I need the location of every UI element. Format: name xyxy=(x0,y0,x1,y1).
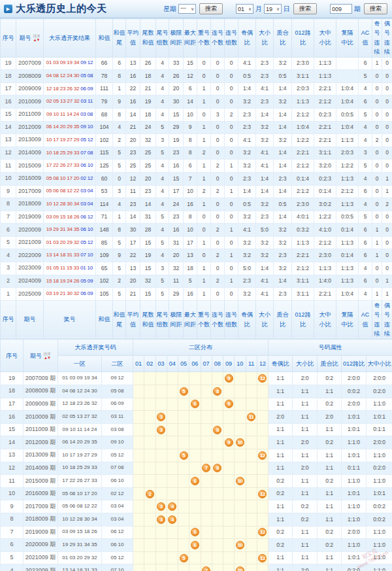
front-numbers: 12 18 23 26 32 xyxy=(46,86,80,92)
stat-cell: 4:1:0 xyxy=(314,224,336,237)
zone1-numbers-cell: 05 06 08 12 22 xyxy=(58,500,102,513)
table-row: 16201000902 05 13 27 32 03 1179916194301… xyxy=(1,95,392,109)
week-select[interactable]: 一∨ xyxy=(178,4,196,14)
stat-cell: 0 xyxy=(211,82,225,95)
stat-cell: 1 xyxy=(197,160,211,173)
week-search-button[interactable]: 搜索 xyxy=(199,3,223,14)
table-row: 5202100901 03 20 29 32 05 12855171553117… xyxy=(1,236,392,249)
date-search-button[interactable]: 搜索 xyxy=(293,3,317,14)
zone2-grid-cell xyxy=(155,526,167,539)
table-row: 42022009 期13 14 18 31 3307 107101:12:01:… xyxy=(1,564,392,571)
stat-cell: 5 xyxy=(113,288,126,301)
zone2-grid-cell xyxy=(167,398,178,411)
zone2-grid-cell xyxy=(246,372,257,385)
column-header: 01 xyxy=(133,356,144,372)
stat-cell: 2 xyxy=(113,275,126,288)
column-header: 10 xyxy=(235,356,246,372)
stat-cell: 1 xyxy=(113,211,126,224)
back-numbers: 09 10 xyxy=(79,124,93,130)
issue-cell: 2019009 期 xyxy=(24,526,58,539)
ball-icon: 12 xyxy=(258,374,267,383)
stat-cell: 1:4 xyxy=(274,211,292,224)
stat-cell: 10 xyxy=(184,185,197,198)
stat-cell: 1 xyxy=(197,172,211,185)
stat-cell: 0 xyxy=(225,121,238,134)
draw-result-cell: 19 29 31 34 35 06 10 xyxy=(44,224,96,237)
stat-cell: 115 xyxy=(96,147,113,160)
zone2-grid-cell xyxy=(133,423,144,436)
stat-cell: 0 xyxy=(211,57,225,70)
stat-cell: 6 xyxy=(359,95,372,109)
stat-cell: 2:3:0 xyxy=(314,249,336,262)
issue-cell: 2013009 xyxy=(16,134,44,147)
sort-control[interactable]: 排序▲▼ xyxy=(43,352,51,360)
stat-cell: 2 xyxy=(211,224,225,237)
stat-cell: 8 xyxy=(184,211,197,224)
attr-cell: 1:1:0 xyxy=(367,526,392,539)
stat-cell: 4:1 xyxy=(256,288,274,301)
draw-result-cell: 12 18 23 26 32 06 09 xyxy=(44,82,96,95)
table-row: 172009009 期12 18 23 26 3206 09691:11:10:… xyxy=(1,398,392,411)
stat-cell: 3 xyxy=(113,185,126,198)
zone2-grid-cell xyxy=(144,411,155,424)
column-header: 连号个数 xyxy=(211,300,225,339)
stat-cell: 0 xyxy=(372,198,382,211)
stat-cell: 0 xyxy=(372,211,382,224)
issue-input[interactable] xyxy=(330,4,352,14)
stat-cell: 2 xyxy=(113,134,126,147)
issue-search-button[interactable]: 搜索 xyxy=(364,3,387,14)
zone2-grid-cell xyxy=(212,539,223,552)
zone1-numbers-cell: 17 22 26 27 33 xyxy=(58,475,102,488)
zone2-grid-cell xyxy=(223,449,235,462)
stat-cell: 17 xyxy=(126,236,140,249)
column-header: 号码属性 xyxy=(269,339,392,356)
stat-cell: 0:1:4 xyxy=(314,185,336,198)
stat-cell: 0 xyxy=(225,172,238,185)
stat-cell: 2 xyxy=(211,249,225,262)
stat-cell: 4 xyxy=(359,134,372,147)
column-header: 04 xyxy=(167,356,178,372)
zone1-numbers-cell: 10 17 19 27 29 xyxy=(58,449,102,462)
attr-cell: 0:1:1 xyxy=(342,462,367,475)
issue-label: 期 xyxy=(354,5,361,14)
back-numbers: 09 12 xyxy=(79,60,93,65)
attr-cell: 1:1 xyxy=(269,564,293,571)
zone2-grid-cell xyxy=(167,551,178,564)
zone2-grid-cell xyxy=(235,462,246,475)
day-select[interactable]: 19∨ xyxy=(264,4,282,14)
ball-icon: 10 xyxy=(236,477,244,485)
stat-cell: 3:2 xyxy=(274,224,292,237)
zone2-numbers-cell: 03 11 xyxy=(102,411,133,424)
month-select[interactable]: 01∨ xyxy=(236,4,253,14)
zone2-grid-cell: 10 xyxy=(235,539,246,552)
stat-cell: 79 xyxy=(96,95,113,109)
stat-cell: 16 xyxy=(169,160,184,173)
attr-cell: 0:2 xyxy=(293,513,318,526)
stat-cell: 125 xyxy=(96,160,113,173)
stat-cell: 1:4 xyxy=(274,160,292,173)
zone2-grid-cell xyxy=(257,411,268,424)
back-numbers: 01 10 xyxy=(79,265,93,271)
attr-cell: 1:1:0 xyxy=(342,436,367,449)
stat-cell: 2:3:0 xyxy=(292,57,314,70)
zone2-grid-cell xyxy=(189,564,201,571)
stat-cell: 3 xyxy=(359,147,372,160)
zone2-grid-cell xyxy=(246,539,257,552)
stat-cell: 0 xyxy=(197,224,211,237)
attr-cell: 2:0:0 xyxy=(367,372,392,385)
sort-control[interactable]: 排序▲▼ xyxy=(33,34,41,42)
stat-cell: 0 xyxy=(382,262,392,275)
stat-cell: 2:3 xyxy=(274,249,292,262)
attr-cell: 1:1 xyxy=(293,423,318,436)
stat-cell: 3:2 xyxy=(238,288,256,301)
stat-cell: 5 xyxy=(113,160,126,173)
stat-cell: 8 xyxy=(184,147,197,160)
stat-cell: 13 xyxy=(184,249,197,262)
zone2-grid-cell xyxy=(155,475,167,488)
stat-cell: 4:1 xyxy=(256,147,274,160)
attr-cell: 1:1:0 xyxy=(342,500,367,513)
attr-cell: 2:0:0 xyxy=(342,372,367,385)
stat-cell: 6 xyxy=(359,224,372,237)
column-header: 重号个数 xyxy=(197,300,211,339)
stat-cell: 1:2:2 xyxy=(336,160,359,173)
